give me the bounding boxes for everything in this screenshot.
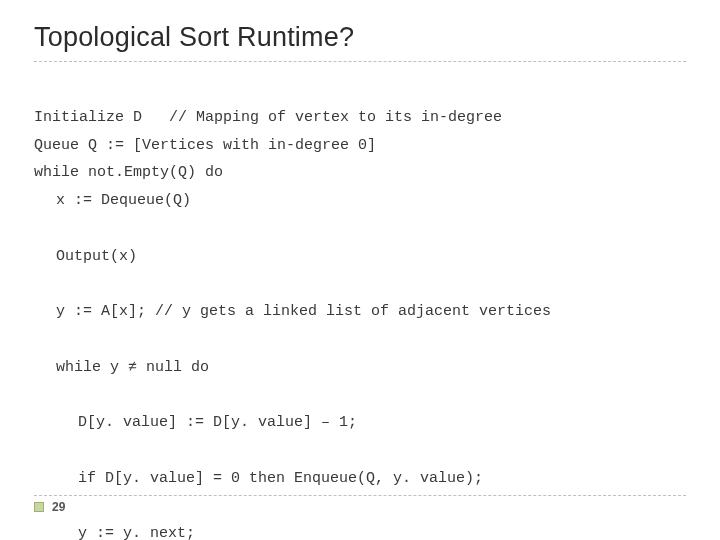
code-line: Initialize D // Mapping of vertex to its… (34, 109, 502, 126)
code-line: y := A[x]; // y gets a linked list of ad… (34, 298, 686, 326)
page-marker: 29 (34, 500, 686, 514)
footer-divider (34, 495, 686, 496)
code-line: while y ≠ null do (34, 354, 686, 382)
slide-footer: 29 (34, 495, 686, 514)
code-line: while not.Empty(Q) do (34, 164, 223, 181)
slide-title: Topological Sort Runtime? (34, 22, 686, 53)
code-line: Queue Q := [Vertices with in-degree 0] (34, 137, 376, 154)
bullet-icon (34, 502, 44, 512)
title-divider (34, 61, 686, 62)
code-line: D[y. value] := D[y. value] – 1; (34, 409, 686, 437)
code-line: if D[y. value] = 0 then Enqueue(Q, y. va… (34, 465, 686, 493)
code-line: y := y. next; (34, 520, 686, 540)
slide: Topological Sort Runtime? Initialize D /… (0, 0, 720, 540)
page-number: 29 (52, 500, 65, 514)
code-line: x := Dequeue(Q) (34, 187, 686, 215)
code-line: Output(x) (34, 243, 686, 271)
pseudocode-block: Initialize D // Mapping of vertex to its… (34, 76, 686, 540)
